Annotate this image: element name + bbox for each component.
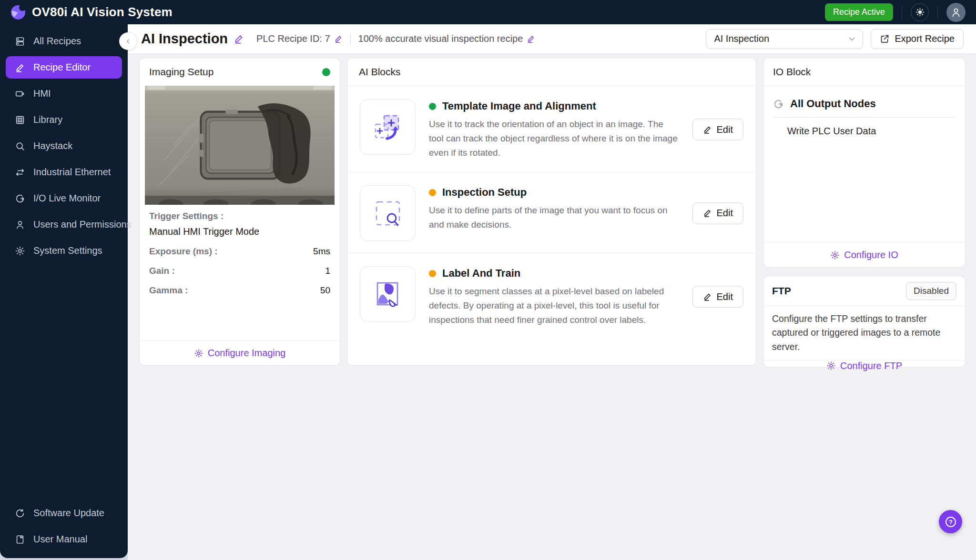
trigger-settings-label: Trigger Settings : — [149, 211, 330, 221]
configure-io-button[interactable]: Configure IO — [830, 250, 898, 260]
configure-io-label: Configure IO — [844, 250, 898, 260]
app-logo-icon — [10, 5, 26, 20]
main-content: Imaging Setup — [128, 54, 976, 560]
sidebar-spacer — [0, 262, 128, 502]
sidebar-item-label: System Settings — [33, 245, 102, 256]
status-dot — [429, 103, 436, 110]
status-dot — [429, 189, 436, 196]
sidebar-item-all-recipes[interactable]: All Recipes — [6, 30, 122, 52]
export-recipe-label: Export Recipe — [895, 33, 955, 44]
sidebar-item-hmi[interactable]: HMI — [6, 82, 122, 105]
inspection-setup-icon — [360, 185, 416, 241]
ftp-title: FTP — [772, 285, 791, 297]
io-block-card: IO Block All Output Nodes Write PLC User… — [763, 58, 966, 268]
divider — [902, 6, 902, 19]
search-icon — [14, 140, 25, 151]
io-block-title: IO Block — [773, 66, 956, 78]
right-column: IO Block All Output Nodes Write PLC User… — [763, 58, 966, 368]
recipes-icon — [14, 36, 25, 47]
top-bar: OV80i AI Vision System Recipe Active — [0, 0, 976, 24]
configure-imaging-button[interactable]: Configure Imaging — [194, 348, 285, 359]
all-output-nodes-title: All Output Nodes — [790, 98, 876, 110]
sidebar-item-user-manual[interactable]: User Manual — [6, 528, 122, 550]
refresh-icon — [14, 508, 25, 519]
ai-blocks-panel: AI Blocks Template Image and Alignment — [347, 58, 756, 366]
edit-template-alignment-button[interactable]: Edit — [692, 119, 743, 140]
exposure-label: Exposure (ms) : — [149, 246, 218, 257]
question-icon: ? — [944, 515, 957, 529]
sidebar-collapse-button[interactable] — [119, 32, 137, 50]
configure-ftp-label: Configure FTP — [840, 360, 902, 371]
configure-ftp-button[interactable]: Configure FTP — [826, 360, 902, 371]
trigger-mode-value: Manual HMI Trigger Mode — [149, 226, 330, 237]
recipe-select[interactable]: AI Inspection — [706, 29, 863, 49]
gear-icon — [194, 349, 203, 358]
captured-part-image — [145, 86, 335, 205]
edit-inspection-setup-button[interactable]: Edit — [692, 202, 743, 224]
sidebar-item-industrial-ethernet[interactable]: Industrial Ethernet — [6, 161, 122, 183]
sidebar-item-recipe-editor[interactable]: Recipe Editor — [6, 56, 122, 79]
ai-block-inspection-setup: Inspection Setup Use it to define parts … — [347, 172, 756, 253]
sidebar-item-label: Recipe Editor — [33, 62, 91, 73]
status-dot — [429, 270, 436, 277]
sidebar-item-library[interactable]: Library — [6, 109, 122, 131]
user-avatar[interactable] — [946, 3, 966, 22]
imaging-setup-title: Imaging Setup — [149, 66, 214, 78]
pencil-icon — [703, 125, 712, 134]
gear-icon — [14, 245, 25, 256]
pencil-icon — [14, 62, 25, 73]
configure-imaging-label: Configure Imaging — [208, 348, 285, 359]
edit-label: Edit — [717, 208, 733, 219]
recipe-subtitle: 100% accurate visual inspection recipe — [358, 33, 523, 44]
help-button[interactable]: ? — [939, 510, 962, 533]
ai-block-template-alignment: Template Image and Alignment Use it to t… — [347, 86, 756, 172]
divider — [350, 34, 351, 44]
ai-block-description: Use it to define parts of the image that… — [429, 203, 679, 232]
ai-block-name: Template Image and Alignment — [442, 100, 596, 112]
output-node-item[interactable]: Write PLC User Data — [773, 118, 956, 137]
brightness-button[interactable] — [911, 3, 929, 21]
sidebar-item-label: Industrial Ethernet — [33, 167, 111, 178]
sidebar-item-software-update[interactable]: Software Update — [6, 502, 122, 524]
recipe-active-badge: Recipe Active — [825, 3, 893, 21]
sidebar-item-haystack[interactable]: Haystack — [6, 135, 122, 157]
export-recipe-button[interactable]: Export Recipe — [871, 29, 964, 49]
edit-plc-id-icon[interactable] — [334, 35, 343, 43]
sidebar-item-label: Users and Permissions — [33, 219, 132, 230]
sidebar-item-io-live-monitor[interactable]: I/O Live Monitor — [6, 187, 122, 210]
edit-label: Edit — [717, 124, 733, 135]
label-and-train-icon — [360, 266, 416, 322]
sidebar-item-label: Software Update — [33, 508, 104, 519]
hmi-icon — [14, 88, 25, 99]
sidebar-item-label: I/O Live Monitor — [33, 193, 101, 204]
gamma-label: Gamma : — [149, 285, 188, 296]
gear-icon — [826, 361, 836, 370]
recipe-select-value: AI Inspection — [714, 33, 769, 44]
rotate-icon — [14, 193, 25, 204]
app-title: OV80i AI Vision System — [32, 5, 173, 20]
edit-subtitle-icon[interactable] — [527, 35, 535, 43]
ftp-status-chip: Disabled — [906, 282, 956, 300]
sidebar-item-label: All Recipes — [33, 36, 81, 47]
sidebar-item-system-settings[interactable]: System Settings — [6, 240, 122, 262]
chevron-left-icon — [125, 38, 132, 45]
gain-value: 1 — [325, 266, 330, 276]
exposure-value: 5ms — [313, 246, 330, 257]
sidebar-item-users-permissions[interactable]: Users and Permissions — [6, 213, 122, 236]
chevron-down-icon — [848, 35, 856, 43]
edit-label-and-train-button[interactable]: Edit — [692, 286, 743, 308]
person-icon — [951, 7, 961, 18]
grid-icon — [14, 114, 25, 125]
ai-block-name: Inspection Setup — [442, 186, 527, 199]
sidebar-item-label: HMI — [33, 88, 51, 99]
edit-label: Edit — [717, 291, 733, 302]
book-icon — [14, 534, 25, 545]
export-icon — [880, 34, 890, 44]
ai-block-description: Use it to segment classes at a pixel-lev… — [429, 284, 679, 327]
gamma-value: 50 — [320, 285, 330, 296]
divider — [937, 6, 938, 19]
edit-title-icon[interactable] — [234, 34, 244, 44]
output-nodes-icon — [773, 99, 784, 110]
pencil-icon — [703, 292, 712, 301]
sidebar-item-label: User Manual — [33, 534, 87, 545]
